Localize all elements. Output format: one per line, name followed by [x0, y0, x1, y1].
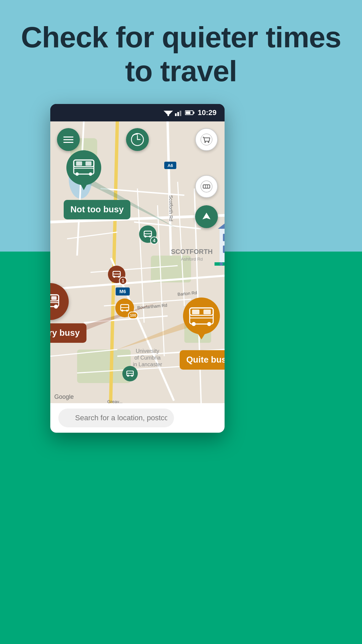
ticket-icon	[200, 180, 213, 193]
svg-point-100	[127, 375, 129, 377]
bus-marker-yellow-small[interactable]: 100	[115, 299, 134, 317]
svg-point-56	[201, 181, 212, 192]
google-logo: Google	[54, 393, 74, 400]
bus-icon	[119, 303, 130, 313]
page-title: Check for quieter times to travel	[0, 20, 362, 88]
label-not-too-busy: Not too busy	[64, 200, 130, 219]
svg-point-67	[75, 172, 79, 176]
svg-rect-57	[203, 185, 210, 188]
svg-point-112	[220, 262, 223, 266]
status-time: 10:29	[198, 108, 217, 117]
bus-badge-1: 1	[119, 277, 127, 285]
svg-point-55	[208, 142, 209, 143]
map-area[interactable]: Scotforth Rd Bowfartham Rd Barton Rd Gre…	[50, 121, 225, 403]
svg-rect-3	[175, 113, 177, 116]
svg-point-92	[207, 322, 211, 326]
building-svg	[215, 209, 225, 266]
svg-marker-102	[218, 212, 225, 229]
bus-drop-green	[64, 148, 104, 199]
bus-badge-100: 100	[128, 312, 138, 319]
svg-rect-77	[51, 296, 57, 300]
bus-marker-brown-small[interactable]: 1	[108, 266, 125, 283]
clock-button[interactable]	[126, 128, 149, 151]
svg-rect-99	[127, 371, 133, 373]
bus-marker-green-small[interactable]: 4	[139, 225, 157, 243]
svg-rect-65	[76, 161, 82, 166]
svg-text:of Cumbria: of Cumbria	[134, 355, 161, 361]
svg-rect-89	[192, 310, 199, 314]
bus-icon-large-brown	[50, 283, 69, 320]
svg-text:Ashford Rd: Ashford Rd	[181, 257, 203, 262]
signal-icon	[175, 109, 183, 116]
svg-point-83	[113, 276, 115, 278]
search-bar[interactable]: 🔍	[50, 403, 225, 433]
svg-point-84	[118, 276, 120, 278]
svg-text:Greav...: Greav...	[107, 399, 122, 403]
label-quite-busy: Quite busy	[180, 350, 225, 370]
svg-point-72	[144, 235, 146, 237]
cart-button[interactable]	[195, 128, 218, 151]
svg-point-54	[204, 142, 206, 143]
svg-text:University: University	[136, 348, 159, 354]
battery-icon	[185, 110, 194, 115]
svg-rect-4	[177, 112, 179, 116]
svg-text:A6: A6	[168, 163, 173, 168]
status-bar: 10:29	[50, 104, 225, 121]
bus-icon-brown	[50, 290, 62, 313]
wifi-icon	[164, 109, 173, 116]
svg-rect-104	[223, 234, 225, 241]
svg-point-91	[192, 322, 196, 326]
location-icon	[200, 211, 213, 223]
svg-point-73	[149, 235, 151, 237]
svg-point-79	[54, 305, 58, 309]
svg-point-101	[131, 375, 133, 377]
menu-button[interactable]	[57, 128, 80, 151]
cart-icon	[200, 133, 213, 146]
svg-marker-60	[202, 213, 210, 219]
svg-rect-7	[186, 111, 190, 114]
building-illustration	[215, 209, 225, 266]
svg-point-68	[89, 172, 92, 176]
search-wrapper[interactable]: 🔍	[58, 409, 217, 427]
ticket-button[interactable]	[195, 175, 218, 198]
svg-rect-95	[121, 305, 129, 308]
bus-marker-teal-small[interactable]	[122, 366, 138, 381]
svg-rect-107	[223, 246, 225, 253]
bus-icon	[126, 369, 134, 378]
bus-marker-orange-large[interactable]: Quite busy	[180, 295, 225, 370]
bus-icon-small-teal	[122, 366, 138, 381]
svg-rect-90	[203, 310, 211, 314]
svg-rect-5	[180, 111, 181, 116]
svg-rect-8	[193, 112, 194, 114]
bus-badge-4: 4	[150, 236, 158, 245]
phone-mockup: 10:29	[50, 104, 225, 433]
bus-marker-green-large[interactable]: Not too busy	[64, 148, 130, 219]
label-very-busy: Very busy	[50, 323, 86, 343]
clock-icon	[131, 133, 144, 146]
svg-point-96	[121, 310, 123, 312]
svg-point-97	[126, 310, 128, 312]
bus-drop-orange	[180, 295, 223, 349]
svg-text:M6: M6	[119, 289, 126, 294]
svg-text:Scotforth Rd: Scotforth Rd	[168, 195, 174, 221]
status-icons	[164, 109, 194, 116]
svg-text:SCOTFORTH: SCOTFORTH	[171, 248, 213, 255]
search-input[interactable]	[58, 409, 174, 427]
svg-point-53	[201, 134, 212, 145]
svg-rect-66	[85, 161, 92, 166]
bus-marker-brown-large[interactable]: Very busy	[50, 283, 86, 343]
